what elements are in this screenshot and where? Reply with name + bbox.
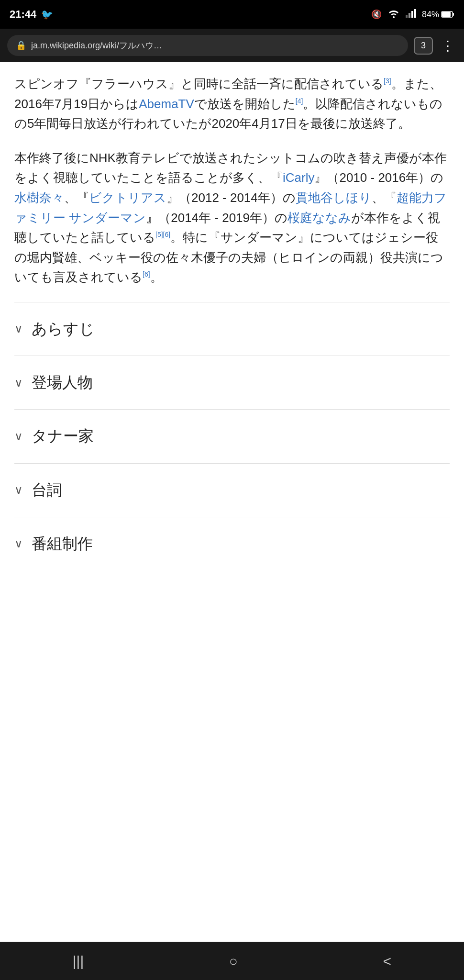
twitter-icon: 🐦: [41, 9, 53, 20]
chevron-bangumi-icon: ∨: [14, 535, 23, 553]
section-tana[interactable]: ∨ タナー家: [14, 409, 450, 463]
url-text: ja.m.wikipedia.org/wiki/フルハウ…: [31, 40, 162, 51]
nav-home-button[interactable]: ○: [215, 948, 252, 974]
abema-link[interactable]: AbemaTV: [139, 97, 194, 111]
svg-rect-3: [411, 11, 413, 18]
battery-display: 84%: [422, 10, 454, 20]
section-toujou[interactable]: ∨ 登場人物: [14, 356, 450, 409]
mizuki-link[interactable]: 水樹奈々: [14, 190, 64, 205]
time-display: 21:44: [10, 8, 36, 21]
chevron-daishi-icon: ∨: [14, 481, 23, 499]
sakuraba-link[interactable]: 桜庭ななみ: [287, 211, 351, 225]
icarly-link[interactable]: iCarly: [283, 170, 314, 185]
section-bangumi-label: 番組制作: [32, 532, 93, 556]
chevron-arasuji-icon: ∨: [14, 320, 23, 338]
page-content: スピンオフ『フラーハウス』と同時に全話一斉に配信されている[3]。また、2016…: [0, 62, 464, 942]
victorius-link[interactable]: ビクトリアス: [89, 190, 166, 205]
section-arasuji[interactable]: ∨ あらすじ: [14, 302, 450, 356]
browser-chrome: 🔒 ja.m.wikipedia.org/wiki/フルハウ… 3 ⋮: [0, 29, 464, 62]
tab-count-button[interactable]: 3: [414, 37, 433, 55]
bottom-nav-bar: ||| ○ <: [0, 942, 464, 980]
section-bangumi[interactable]: ∨ 番組制作: [14, 517, 450, 570]
nav-menu-button[interactable]: |||: [58, 948, 98, 974]
browser-menu-button[interactable]: ⋮: [439, 35, 457, 56]
svg-rect-7: [453, 13, 454, 16]
mute-icon: 🔇: [371, 9, 382, 20]
section-arasuji-label: あらすじ: [32, 317, 95, 341]
paragraph-1: スピンオフ『フラーハウス』と同時に全話一斉に配信されている[3]。また、2016…: [14, 74, 450, 134]
status-left: 21:44 🐦: [10, 8, 53, 21]
paragraph-2: 本作終了後にNHK教育テレビで放送されたシットコムの吹き替え声優が本作をよく視聴…: [14, 148, 450, 288]
wifi-icon: [387, 9, 400, 21]
chevron-tana-icon: ∨: [14, 427, 23, 445]
status-right: 🔇 84%: [371, 9, 454, 21]
address-bar[interactable]: 🔒 ja.m.wikipedia.org/wiki/フルハウ…: [7, 35, 408, 56]
section-toujou-label: 登場人物: [32, 370, 93, 395]
kaichi-link[interactable]: 貫地谷しほり: [296, 190, 372, 205]
nav-back-button[interactable]: <: [369, 948, 406, 974]
section-daishi-label: 台詞: [32, 478, 62, 502]
svg-rect-2: [409, 13, 410, 18]
chevron-toujou-icon: ∨: [14, 374, 23, 392]
lock-icon: 🔒: [16, 40, 26, 51]
status-bar: 21:44 🐦 🔇 84%: [0, 0, 464, 29]
section-tana-label: タナー家: [32, 424, 94, 448]
svg-rect-4: [414, 9, 416, 18]
signal-icon: [406, 9, 416, 20]
svg-rect-1: [406, 15, 408, 18]
section-daishi[interactable]: ∨ 台詞: [14, 463, 450, 517]
svg-point-0: [393, 16, 395, 18]
svg-rect-6: [442, 12, 451, 17]
